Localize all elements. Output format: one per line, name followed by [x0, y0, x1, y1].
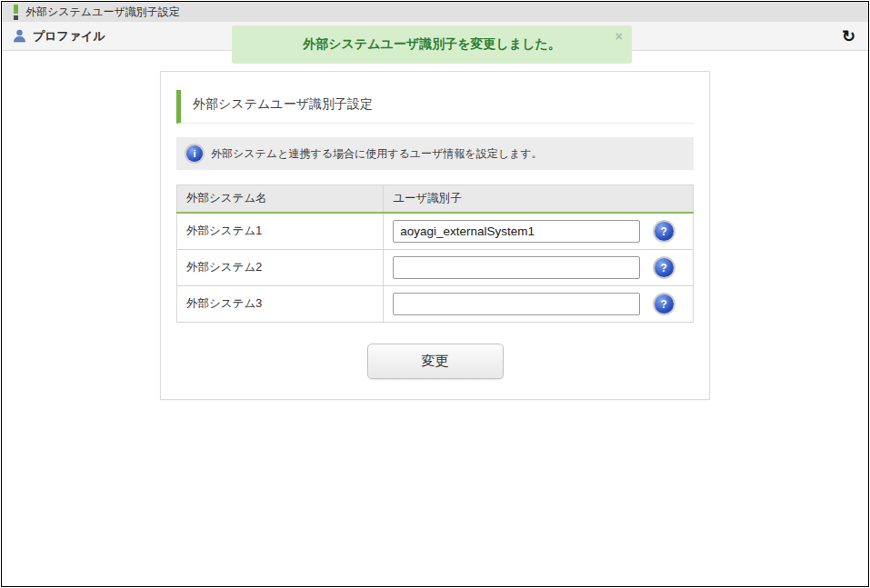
table-row: 外部システム2 ? [177, 250, 694, 286]
identifier-input-2[interactable] [393, 256, 640, 279]
profile-label: プロファイル [33, 28, 105, 45]
external-systems-table: 外部システム名 ユーザ識別子 外部システム1 ? 外部システム2 ? [176, 184, 694, 323]
system-name-cell: 外部システム2 [177, 250, 384, 286]
page-title-bar: 外部システムユーザ識別子設定 [2, 2, 868, 22]
table-header-row: 外部システム名 ユーザ識別子 [177, 185, 694, 214]
toast-notification: 外部システムユーザ識別子を変更しました。 × [232, 25, 632, 64]
person-icon [13, 29, 26, 43]
identifier-cell: ? [384, 213, 694, 250]
button-row: 変更 [176, 344, 694, 379]
app-window: 外部システムユーザ識別子設定 プロファイル ↻ 外部システムユーザ識別子を変更し… [1, 1, 869, 587]
info-icon: i [186, 145, 203, 162]
column-header-identifier: ユーザ識別子 [384, 185, 694, 214]
info-box: i 外部システムと連携する場合に使用するユーザ情報を設定します。 [176, 137, 694, 170]
table-row: 外部システム3 ? [177, 286, 694, 323]
system-name-cell: 外部システム3 [177, 286, 384, 323]
exclamation-icon [14, 5, 18, 20]
identifier-input-3[interactable] [393, 293, 640, 315]
refresh-icon[interactable]: ↻ [842, 28, 855, 45]
system-name-cell: 外部システム1 [177, 213, 384, 250]
identifier-cell: ? [384, 286, 694, 323]
help-icon[interactable]: ? [655, 222, 674, 241]
page-title: 外部システムユーザ識別子設定 [25, 5, 180, 20]
change-button[interactable]: 変更 [367, 344, 504, 379]
column-header-system-name: 外部システム名 [177, 185, 384, 214]
close-icon[interactable]: × [615, 30, 623, 43]
table-row: 外部システム1 ? [177, 213, 694, 250]
info-text: 外部システムと連携する場合に使用するユーザ情報を設定します。 [211, 146, 543, 162]
identifier-cell: ? [384, 250, 694, 286]
identifier-input-1[interactable] [393, 220, 640, 243]
help-icon[interactable]: ? [655, 258, 674, 277]
settings-card: 外部システムユーザ識別子設定 i 外部システムと連携する場合に使用するユーザ情報… [160, 71, 710, 400]
toast-message: 外部システムユーザ識別子を変更しました。 [303, 36, 561, 53]
card-title: 外部システムユーザ識別子設定 [176, 90, 694, 124]
help-icon[interactable]: ? [655, 294, 674, 314]
